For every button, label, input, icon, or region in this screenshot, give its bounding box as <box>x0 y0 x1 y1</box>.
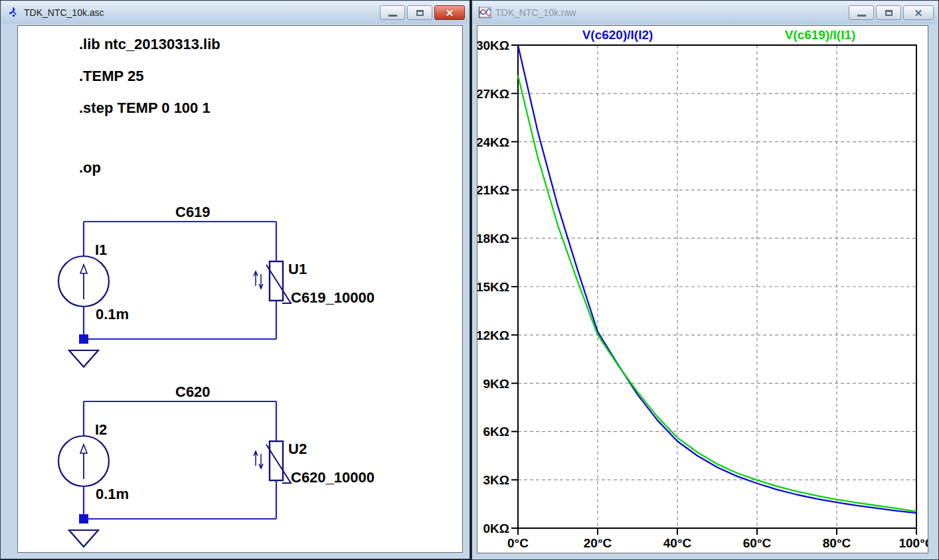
close-button[interactable]: ✕ <box>903 5 934 20</box>
thermistor-model-U1[interactable]: C619_10000 <box>291 289 375 307</box>
maximize-button[interactable] <box>876 5 901 20</box>
y-tick-label[interactable]: 12KΩ <box>477 328 509 342</box>
y-tick-label[interactable]: 3KΩ <box>483 473 509 487</box>
minimize-icon <box>857 15 866 17</box>
source-name-I1[interactable]: I1 <box>95 242 107 259</box>
spice-directive-lib[interactable]: .lib ntc_20130313.lib <box>79 36 220 53</box>
waveform-icon[interactable] <box>478 6 491 19</box>
x-tick-label[interactable]: 20°C <box>584 536 612 550</box>
schematic-window-title: TDK_NTC_10k.asc <box>24 7 104 18</box>
close-icon: ✕ <box>914 8 923 18</box>
current-source-I2-symbol[interactable] <box>58 436 109 486</box>
ltspice-mdi-desktop: TDK_NTC_10k.asc ✕ <box>0 0 939 560</box>
x-tick-label[interactable]: 40°C <box>663 536 692 550</box>
y-tick-label[interactable]: 21KΩ <box>477 183 509 197</box>
thermistor-name-U2[interactable]: U2 <box>288 441 307 458</box>
net-label-c619[interactable]: C619 <box>175 204 211 221</box>
plot-window: TDK_NTC_10k.raw ✕ 0°C20°C40°C60°C80°C100… <box>471 0 939 560</box>
spice-directive-step[interactable]: .step TEMP 0 100 1 <box>79 100 211 117</box>
maximize-icon <box>416 10 424 16</box>
source-name-I2[interactable]: I2 <box>95 421 107 439</box>
thermistor-name-U1[interactable]: U1 <box>288 261 307 278</box>
y-tick-label[interactable]: 27KΩ <box>477 87 509 101</box>
close-button[interactable]: ✕ <box>434 5 465 20</box>
trace-1-V(c619)/I(I1)[interactable] <box>518 76 916 512</box>
x-tick-label[interactable]: 80°C <box>823 536 851 550</box>
y-tick-label[interactable]: 30KΩ <box>477 38 509 52</box>
node-square <box>79 514 88 524</box>
spice-directive-temp[interactable]: .TEMP 25 <box>79 68 143 85</box>
trace-0-V(c620)/I(I2)[interactable] <box>518 45 916 513</box>
spice-directive-op[interactable]: .op <box>79 159 101 176</box>
schematic-window: TDK_NTC_10k.asc ✕ <box>0 0 470 559</box>
node-square <box>79 334 88 344</box>
legend-item-V(c619)/I(I1)[interactable]: V(c619)/I(I1) <box>785 28 856 42</box>
thermistor-model-U2[interactable]: C620_10000 <box>291 469 375 486</box>
source-value-I2[interactable]: 0.1m <box>96 486 129 503</box>
schematic-titlebar[interactable]: TDK_NTC_10k.asc ✕ <box>1 1 469 24</box>
schematic-window-controls: ✕ <box>380 5 465 20</box>
waveform-pane[interactable]: 0°C20°C40°C60°C80°C100°C0KΩ3KΩ6KΩ9KΩ12KΩ… <box>477 25 928 553</box>
minimize-button[interactable] <box>849 5 874 20</box>
source-value-I1[interactable]: 0.1m <box>96 306 129 323</box>
thermistor-U1-symbol[interactable] <box>254 261 291 303</box>
y-tick-label[interactable]: 24KΩ <box>477 135 509 149</box>
plot-legend[interactable]: V(c620)/I(I2)V(c619)/I(I1) <box>582 28 856 42</box>
maximize-icon <box>885 10 893 16</box>
schematic-icon[interactable] <box>7 6 20 19</box>
y-tick-label[interactable]: 6KΩ <box>483 425 509 439</box>
plot-traces[interactable] <box>518 45 916 513</box>
plot-titlebar[interactable]: TDK_NTC_10k.raw ✕ <box>473 1 938 24</box>
x-tick-label[interactable]: 60°C <box>743 536 772 550</box>
current-source-I1-symbol[interactable] <box>58 256 109 307</box>
x-tick-label[interactable]: 100°C <box>898 536 928 550</box>
x-tick-label[interactable]: 0°C <box>507 536 529 550</box>
y-tick-label[interactable]: 0KΩ <box>483 522 509 535</box>
y-tick-label[interactable]: 15KΩ <box>477 280 509 294</box>
thermistor-U2-symbol[interactable] <box>254 441 291 483</box>
minimize-button[interactable] <box>380 5 405 20</box>
plot-window-controls: ✕ <box>849 5 934 20</box>
net-label-c620[interactable]: C620 <box>175 384 211 401</box>
plot-gridlines <box>518 45 916 528</box>
y-tick-label[interactable]: 9KΩ <box>483 377 509 391</box>
plot-window-title: TDK_NTC_10k.raw <box>495 7 576 18</box>
close-icon: ✕ <box>446 8 454 18</box>
schematic-canvas[interactable]: .lib ntc_20130313.lib .TEMP 25 .step TEM… <box>17 25 463 553</box>
plot-axis-labels[interactable]: 0°C20°C40°C60°C80°C100°C0KΩ3KΩ6KΩ9KΩ12KΩ… <box>477 38 928 550</box>
maximize-button[interactable] <box>407 5 432 20</box>
legend-item-V(c620)/I(I2)[interactable]: V(c620)/I(I2) <box>582 28 653 42</box>
y-tick-label[interactable]: 18KΩ <box>477 232 509 245</box>
minimize-icon <box>388 15 397 17</box>
